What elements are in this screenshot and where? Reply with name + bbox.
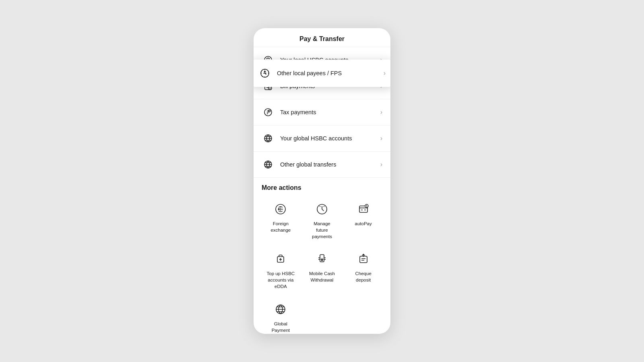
menu-label-global-hsbc: Your global HSBC accounts [280,135,380,142]
action-manage-future[interactable]: Managefuturepayments [303,198,341,243]
menu-item-global-transfers[interactable]: Other global transfers › [254,152,390,178]
page-title: Pay & Transfer [299,35,345,42]
foreign-exchange-icon [272,201,289,217]
menu-item-global-hsbc[interactable]: Your global HSBC accounts › [254,125,390,152]
action-cheque-deposit[interactable]: Chequedeposit [344,248,382,293]
actions-grid: Foreignexchange Managefuturepayments [262,198,382,334]
tooltip-label: Other local payees / FPS [277,70,384,76]
action-label-mobile-cash: Mobile CashWithdrawal [309,270,335,283]
menu-label-global-transfers: Other global transfers [280,161,380,168]
action-autopay[interactable]: autoPay [344,198,382,243]
action-label-global-tracker: GlobalPaymentTracker [272,321,290,334]
menu-item-tax[interactable]: $ Tax payments › [254,99,390,125]
chevron-icon: › [380,109,382,116]
fps-icon [258,67,271,80]
svg-rect-15 [360,256,367,263]
cheque-deposit-icon [355,251,372,267]
phone-container: Pay & Transfer Your local HSBC accounts … [254,28,390,334]
action-label-topup: Top up HSBCaccounts viaeDDA [266,270,295,290]
action-mobile-cash[interactable]: Mobile CashWithdrawal [303,248,341,293]
action-label-foreign-exchange: Foreignexchange [270,220,291,233]
global-transfers-icon [262,158,275,171]
page-header: Pay & Transfer [254,28,390,47]
more-actions-title: More actions [262,184,382,191]
chevron-icon: › [380,161,382,168]
more-actions-section: More actions Foreignexchange [254,178,390,334]
topup-hsbc-icon [272,251,289,267]
action-foreign-exchange[interactable]: Foreignexchange [262,198,300,243]
menu-label-tax: Tax payments [280,109,380,115]
tooltip-chevron: › [384,70,386,77]
action-label-cheque: Chequedeposit [355,270,372,283]
svg-point-4 [264,109,272,116]
action-label-autopay: autoPay [355,220,372,227]
tooltip-popup: Other local payees / FPS › [254,60,390,87]
action-global-tracker[interactable]: GlobalPaymentTracker [262,298,300,334]
manage-future-icon [314,201,330,217]
action-label-manage-future: Managefuturepayments [312,220,332,240]
autopay-icon [355,201,372,217]
global-tracker-icon [272,301,289,317]
chevron-icon: › [380,135,382,142]
mobile-cash-icon [314,251,330,267]
tax-icon: $ [262,106,275,119]
tooltip-menu-item[interactable]: Other local payees / FPS › [254,60,390,87]
action-topup-hsbc[interactable]: Top up HSBCaccounts viaeDDA [262,248,300,293]
global-hsbc-icon [262,132,275,145]
